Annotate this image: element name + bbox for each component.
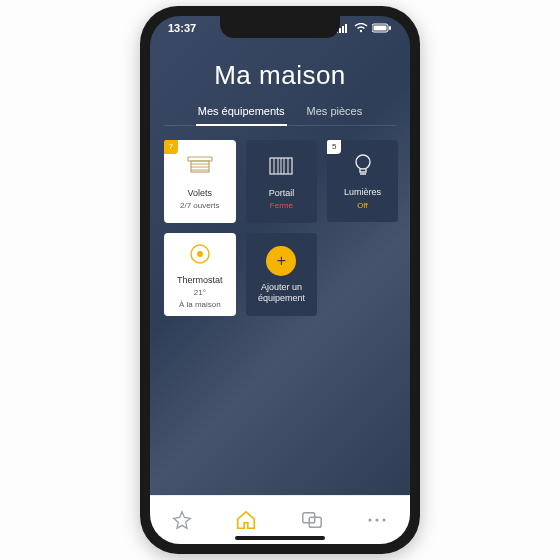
card-lumieres[interactable]: 5 Lumières Off xyxy=(327,140,398,222)
home-indicator[interactable] xyxy=(235,536,325,540)
plus-icon: + xyxy=(266,246,296,276)
card-thermostat-sub1: 21° xyxy=(194,288,206,298)
gate-icon xyxy=(266,152,296,182)
card-volets[interactable]: 7 Volets 2/7 ouverts xyxy=(164,140,236,223)
card-portail-sub: Fermé xyxy=(270,201,293,211)
phone-frame: 13:37 Ma maison Mes équipements Mes pièc… xyxy=(140,6,420,554)
nav-more[interactable] xyxy=(366,516,388,524)
svg-point-27 xyxy=(383,518,386,521)
home-icon xyxy=(235,509,257,531)
page-title: Ma maison xyxy=(150,60,410,91)
nav-favorites[interactable] xyxy=(172,510,192,530)
svg-point-19 xyxy=(356,155,370,169)
svg-rect-2 xyxy=(342,26,344,33)
card-volets-sub: 2/7 ouverts xyxy=(180,201,220,211)
card-portail-title: Portail xyxy=(269,188,295,199)
tab-pieces[interactable]: Mes pièces xyxy=(305,105,365,125)
svg-point-22 xyxy=(197,251,203,257)
stage: 13:37 Ma maison Mes équipements Mes pièc… xyxy=(0,0,560,560)
tab-equipements[interactable]: Mes équipements xyxy=(196,105,287,125)
phone-screen: 13:37 Ma maison Mes équipements Mes pièc… xyxy=(150,16,410,544)
svg-rect-8 xyxy=(188,157,212,161)
svg-rect-1 xyxy=(339,28,341,33)
nav-home[interactable] xyxy=(235,509,257,531)
svg-point-25 xyxy=(369,518,372,521)
svg-rect-3 xyxy=(345,24,347,33)
shutter-icon xyxy=(185,152,215,182)
battery-icon xyxy=(372,23,392,33)
svg-rect-7 xyxy=(389,26,391,30)
thermostat-icon xyxy=(185,239,215,269)
svg-point-4 xyxy=(360,30,362,32)
card-lumieres-sub: Off xyxy=(357,201,368,211)
bulb-icon xyxy=(348,151,378,181)
card-add-equipment[interactable]: + Ajouter un équipement xyxy=(246,233,318,316)
card-add-title: Ajouter un équipement xyxy=(250,282,314,305)
status-icons xyxy=(336,23,392,33)
nav-scenes[interactable] xyxy=(301,510,323,530)
card-portail[interactable]: Portail Fermé xyxy=(246,140,318,223)
more-icon xyxy=(366,516,388,524)
equipment-grid: 7 Volets 2/7 ouverts Portail Fermé 5 xyxy=(150,126,410,329)
scenes-icon xyxy=(301,510,323,530)
svg-point-26 xyxy=(376,518,379,521)
wifi-icon xyxy=(354,23,368,33)
phone-notch xyxy=(220,16,340,38)
svg-rect-6 xyxy=(374,26,387,31)
star-icon xyxy=(172,510,192,530)
badge-volets: 7 xyxy=(164,140,178,154)
status-time: 13:37 xyxy=(168,22,196,34)
card-thermostat[interactable]: Thermostat 21° À la maison xyxy=(164,233,236,316)
tabs: Mes équipements Mes pièces xyxy=(164,105,396,126)
card-volets-title: Volets xyxy=(188,188,213,199)
badge-lumieres: 5 xyxy=(327,140,341,154)
card-thermostat-title: Thermostat xyxy=(177,275,223,286)
card-lumieres-title: Lumières xyxy=(344,187,381,198)
card-thermostat-sub2: À la maison xyxy=(179,300,221,310)
